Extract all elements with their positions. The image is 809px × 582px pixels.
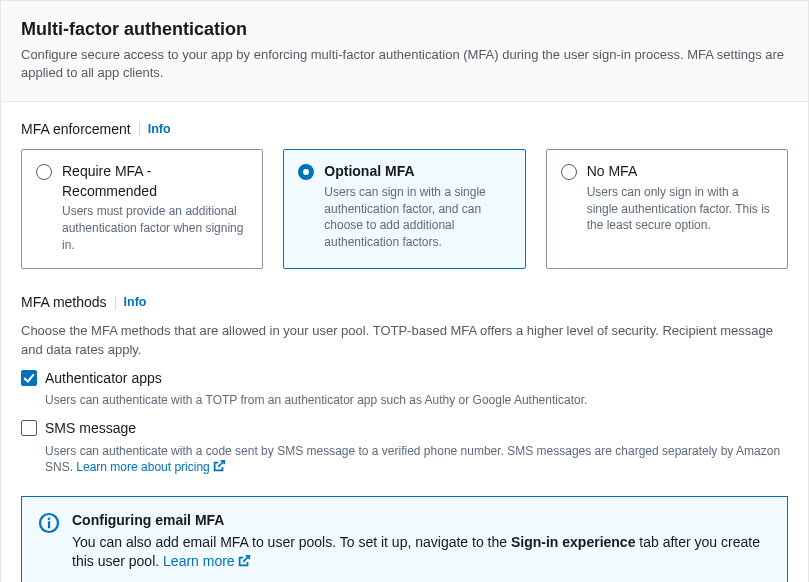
radio-optional[interactable] — [298, 164, 314, 180]
enforcement-option-none[interactable]: No MFA Users can only sign in with a sin… — [546, 149, 788, 269]
method-title: Authenticator apps — [45, 369, 162, 389]
enforcement-options: Require MFA - Recommended Users must pro… — [21, 149, 788, 269]
panel-description: Configure secure access to your app by e… — [21, 46, 788, 82]
divider — [115, 296, 116, 310]
panel-body: MFA enforcement Info Require MFA - Recom… — [1, 102, 808, 582]
method-desc: Users can authenticate with a TOTP from … — [45, 392, 788, 409]
external-link-icon — [237, 554, 251, 574]
enforcement-info-link[interactable]: Info — [148, 121, 171, 139]
enforcement-option-optional[interactable]: Optional MFA Users can sign in with a si… — [283, 149, 525, 269]
radio-none[interactable] — [561, 164, 577, 180]
option-desc: Users can only sign in with a single aut… — [587, 184, 773, 234]
methods-label: MFA methods — [21, 293, 107, 313]
method-authenticator-apps: Authenticator apps Users can authenticat… — [21, 369, 788, 409]
pricing-link[interactable]: Learn more about pricing — [76, 460, 225, 474]
alert-content: Configuring email MFA You can also add e… — [72, 511, 771, 574]
enforcement-header: MFA enforcement Info — [21, 120, 788, 140]
enforcement-option-require[interactable]: Require MFA - Recommended Users must pro… — [21, 149, 263, 269]
methods-info-link[interactable]: Info — [124, 294, 147, 312]
mfa-panel: Multi-factor authentication Configure se… — [0, 0, 809, 582]
method-title: SMS message — [45, 419, 136, 439]
panel-header: Multi-factor authentication Configure se… — [1, 1, 808, 102]
methods-desc: Choose the MFA methods that are allowed … — [21, 322, 788, 358]
option-desc: Users must provide an additional authent… — [62, 203, 248, 253]
methods-section: MFA methods Info Choose the MFA methods … — [21, 293, 788, 479]
enforcement-label: MFA enforcement — [21, 120, 131, 140]
method-sms: SMS message Users can authenticate with … — [21, 419, 788, 478]
option-title: Require MFA - Recommended — [62, 162, 248, 201]
divider — [139, 122, 140, 136]
alert-title: Configuring email MFA — [72, 511, 771, 531]
alert-body: You can also add email MFA to user pools… — [72, 533, 771, 574]
learn-more-link[interactable]: Learn more — [163, 553, 251, 569]
panel-title: Multi-factor authentication — [21, 17, 788, 42]
option-title: Optional MFA — [324, 162, 510, 182]
option-desc: Users can sign in with a single authenti… — [324, 184, 510, 251]
checkbox-sms[interactable] — [21, 420, 37, 436]
svg-point-1 — [48, 518, 51, 521]
info-icon — [38, 512, 60, 574]
methods-header: MFA methods Info — [21, 293, 788, 313]
email-mfa-alert: Configuring email MFA You can also add e… — [21, 496, 788, 582]
external-link-icon — [212, 459, 226, 478]
option-title: No MFA — [587, 162, 773, 182]
method-desc: Users can authenticate with a code sent … — [45, 443, 788, 479]
checkbox-authenticator-apps[interactable] — [21, 370, 37, 386]
svg-rect-2 — [48, 521, 50, 528]
radio-require[interactable] — [36, 164, 52, 180]
